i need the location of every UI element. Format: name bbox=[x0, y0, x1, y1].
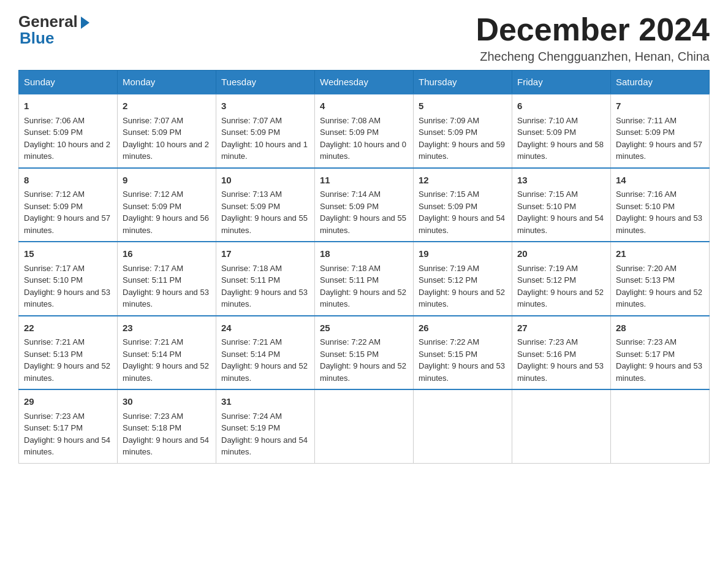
calendar-week-row: 1Sunrise: 7:06 AMSunset: 5:09 PMDaylight… bbox=[19, 94, 710, 168]
day-number: 19 bbox=[419, 247, 507, 261]
calendar-cell: 22Sunrise: 7:21 AMSunset: 5:13 PMDayligh… bbox=[19, 316, 118, 390]
calendar-cell: 4Sunrise: 7:08 AMSunset: 5:09 PMDaylight… bbox=[315, 94, 414, 168]
day-number: 23 bbox=[123, 321, 211, 335]
title-area: December 2024 Zhecheng Chengguanzhen, He… bbox=[476, 12, 710, 64]
day-number: 8 bbox=[24, 174, 112, 188]
calendar-cell: 11Sunrise: 7:14 AMSunset: 5:09 PMDayligh… bbox=[315, 168, 414, 242]
weekday-header-thursday: Thursday bbox=[414, 71, 512, 94]
day-number: 1 bbox=[24, 99, 112, 113]
day-number: 6 bbox=[517, 99, 605, 113]
weekday-header-wednesday: Wednesday bbox=[315, 71, 414, 94]
calendar-cell: 27Sunrise: 7:23 AMSunset: 5:16 PMDayligh… bbox=[512, 316, 611, 390]
calendar-cell bbox=[315, 389, 414, 463]
weekday-header-sunday: Sunday bbox=[19, 71, 118, 94]
logo-arrow-icon bbox=[81, 17, 89, 29]
calendar-cell: 12Sunrise: 7:15 AMSunset: 5:09 PMDayligh… bbox=[414, 168, 512, 242]
calendar-cell: 23Sunrise: 7:21 AMSunset: 5:14 PMDayligh… bbox=[118, 316, 216, 390]
day-number: 12 bbox=[419, 174, 507, 188]
day-number: 29 bbox=[24, 395, 112, 409]
calendar-week-row: 15Sunrise: 7:17 AMSunset: 5:10 PMDayligh… bbox=[19, 242, 710, 316]
logo-blue-text: Blue bbox=[20, 29, 54, 48]
day-number: 21 bbox=[616, 247, 704, 261]
weekday-header-friday: Friday bbox=[512, 71, 611, 94]
calendar-cell: 15Sunrise: 7:17 AMSunset: 5:10 PMDayligh… bbox=[19, 242, 118, 316]
calendar-cell: 19Sunrise: 7:19 AMSunset: 5:12 PMDayligh… bbox=[414, 242, 512, 316]
calendar-week-row: 22Sunrise: 7:21 AMSunset: 5:13 PMDayligh… bbox=[19, 316, 710, 390]
calendar-cell: 9Sunrise: 7:12 AMSunset: 5:09 PMDaylight… bbox=[118, 168, 216, 242]
calendar-cell bbox=[611, 389, 710, 463]
calendar-cell: 20Sunrise: 7:19 AMSunset: 5:12 PMDayligh… bbox=[512, 242, 611, 316]
day-number: 28 bbox=[616, 321, 704, 335]
day-number: 13 bbox=[517, 174, 605, 188]
day-number: 24 bbox=[221, 321, 309, 335]
calendar-cell: 16Sunrise: 7:17 AMSunset: 5:11 PMDayligh… bbox=[118, 242, 216, 316]
day-number: 9 bbox=[123, 174, 211, 188]
calendar-cell: 30Sunrise: 7:23 AMSunset: 5:18 PMDayligh… bbox=[118, 389, 216, 463]
calendar-cell: 14Sunrise: 7:16 AMSunset: 5:10 PMDayligh… bbox=[611, 168, 710, 242]
calendar-cell: 2Sunrise: 7:07 AMSunset: 5:09 PMDaylight… bbox=[118, 94, 216, 168]
day-number: 22 bbox=[24, 321, 112, 335]
day-number: 25 bbox=[320, 321, 408, 335]
calendar-week-row: 29Sunrise: 7:23 AMSunset: 5:17 PMDayligh… bbox=[19, 389, 710, 463]
location-subtitle: Zhecheng Chengguanzhen, Henan, China bbox=[476, 50, 710, 64]
calendar-cell: 3Sunrise: 7:07 AMSunset: 5:09 PMDaylight… bbox=[216, 94, 315, 168]
calendar-cell bbox=[512, 389, 611, 463]
weekday-header-saturday: Saturday bbox=[611, 71, 710, 94]
calendar-cell: 10Sunrise: 7:13 AMSunset: 5:09 PMDayligh… bbox=[216, 168, 315, 242]
day-number: 20 bbox=[517, 247, 605, 261]
calendar-cell: 26Sunrise: 7:22 AMSunset: 5:15 PMDayligh… bbox=[414, 316, 512, 390]
month-title: December 2024 bbox=[476, 12, 710, 47]
calendar-cell: 6Sunrise: 7:10 AMSunset: 5:09 PMDaylight… bbox=[512, 94, 611, 168]
day-number: 18 bbox=[320, 247, 408, 261]
calendar-cell: 13Sunrise: 7:15 AMSunset: 5:10 PMDayligh… bbox=[512, 168, 611, 242]
logo: General Blue bbox=[18, 12, 89, 48]
calendar-cell: 28Sunrise: 7:23 AMSunset: 5:17 PMDayligh… bbox=[611, 316, 710, 390]
weekday-header-monday: Monday bbox=[118, 71, 216, 94]
calendar-cell bbox=[414, 389, 512, 463]
calendar-cell: 1Sunrise: 7:06 AMSunset: 5:09 PMDaylight… bbox=[19, 94, 118, 168]
calendar-cell: 24Sunrise: 7:21 AMSunset: 5:14 PMDayligh… bbox=[216, 316, 315, 390]
day-number: 17 bbox=[221, 247, 309, 261]
day-number: 7 bbox=[616, 99, 704, 113]
calendar-table: SundayMondayTuesdayWednesdayThursdayFrid… bbox=[18, 70, 710, 464]
day-number: 15 bbox=[24, 247, 112, 261]
calendar-cell: 29Sunrise: 7:23 AMSunset: 5:17 PMDayligh… bbox=[19, 389, 118, 463]
day-number: 27 bbox=[517, 321, 605, 335]
day-number: 31 bbox=[221, 395, 309, 409]
calendar-cell: 8Sunrise: 7:12 AMSunset: 5:09 PMDaylight… bbox=[19, 168, 118, 242]
day-number: 11 bbox=[320, 174, 408, 188]
day-number: 3 bbox=[221, 99, 309, 113]
calendar-cell: 25Sunrise: 7:22 AMSunset: 5:15 PMDayligh… bbox=[315, 316, 414, 390]
weekday-header-row: SundayMondayTuesdayWednesdayThursdayFrid… bbox=[19, 71, 710, 94]
calendar-cell: 7Sunrise: 7:11 AMSunset: 5:09 PMDaylight… bbox=[611, 94, 710, 168]
weekday-header-tuesday: Tuesday bbox=[216, 71, 315, 94]
day-number: 14 bbox=[616, 174, 704, 188]
day-number: 26 bbox=[419, 321, 507, 335]
calendar-cell: 17Sunrise: 7:18 AMSunset: 5:11 PMDayligh… bbox=[216, 242, 315, 316]
calendar-cell: 18Sunrise: 7:18 AMSunset: 5:11 PMDayligh… bbox=[315, 242, 414, 316]
calendar-cell: 21Sunrise: 7:20 AMSunset: 5:13 PMDayligh… bbox=[611, 242, 710, 316]
calendar-cell: 5Sunrise: 7:09 AMSunset: 5:09 PMDaylight… bbox=[414, 94, 512, 168]
day-number: 16 bbox=[123, 247, 211, 261]
day-number: 4 bbox=[320, 99, 408, 113]
day-number: 30 bbox=[123, 395, 211, 409]
day-number: 2 bbox=[123, 99, 211, 113]
calendar-week-row: 8Sunrise: 7:12 AMSunset: 5:09 PMDaylight… bbox=[19, 168, 710, 242]
day-number: 10 bbox=[221, 174, 309, 188]
day-number: 5 bbox=[419, 99, 507, 113]
calendar-cell: 31Sunrise: 7:24 AMSunset: 5:19 PMDayligh… bbox=[216, 389, 315, 463]
page-header: General Blue December 2024 Zhecheng Chen… bbox=[18, 12, 710, 64]
